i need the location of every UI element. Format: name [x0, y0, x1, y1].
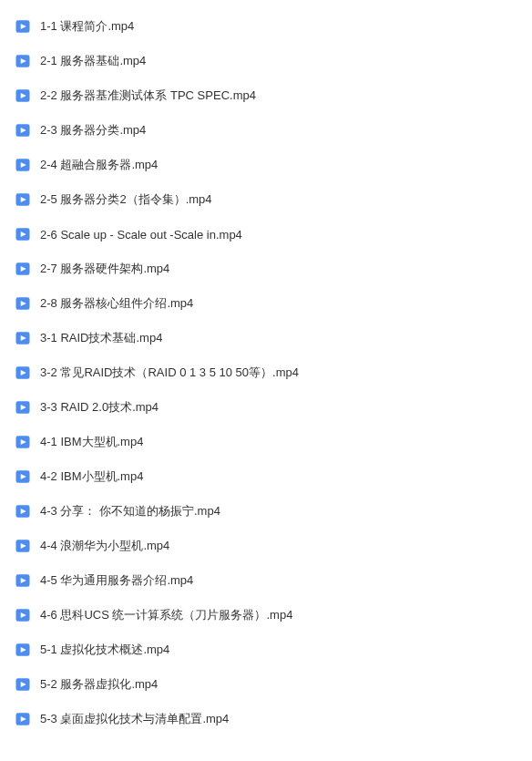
file-name-label: 4-2 IBM小型机.mp4: [40, 468, 143, 485]
file-item[interactable]: 3-1 RAID技术基础.mp4: [0, 321, 532, 355]
video-file-icon: [15, 226, 31, 242]
file-item[interactable]: 2-3 服务器分类.mp4: [0, 113, 532, 148]
file-name-label: 2-6 Scale up - Scale out -Scale in.mp4: [40, 228, 242, 242]
file-name-label: 3-1 RAID技术基础.mp4: [40, 330, 162, 346]
file-item[interactable]: 2-8 服务器核心组件介绍.mp4: [0, 286, 532, 321]
file-name-label: 3-3 RAID 2.0技术.mp4: [40, 399, 159, 416]
file-name-label: 4-5 华为通用服务器介绍.mp4: [40, 572, 193, 589]
file-item[interactable]: 5-3 桌面虚拟化技术与清单配置.mp4: [0, 702, 532, 736]
file-name-label: 2-8 服务器核心组件介绍.mp4: [40, 295, 193, 312]
file-name-label: 5-1 虚拟化技术概述.mp4: [40, 642, 169, 658]
video-file-icon: [15, 295, 31, 312]
file-item[interactable]: 4-3 分享： 你不知道的杨振宁.mp4: [0, 494, 532, 529]
file-name-label: 4-6 思科UCS 统一计算系统（刀片服务器）.mp4: [40, 607, 292, 623]
file-item[interactable]: 4-1 IBM大型机.mp4: [0, 425, 532, 459]
file-name-label: 5-2 服务器虚拟化.mp4: [40, 676, 158, 693]
file-item[interactable]: 4-2 IBM小型机.mp4: [0, 459, 532, 494]
video-file-icon: [15, 468, 31, 485]
video-file-icon: [15, 711, 31, 727]
file-item[interactable]: 2-2 服务器基准测试体系 TPC SPEC.mp4: [0, 78, 532, 113]
file-item[interactable]: 5-2 服务器虚拟化.mp4: [0, 667, 532, 702]
video-file-icon: [15, 157, 31, 173]
video-file-icon: [15, 607, 31, 623]
file-item[interactable]: 3-2 常见RAID技术（RAID 0 1 3 5 10 50等）.mp4: [0, 355, 532, 390]
file-item[interactable]: 2-5 服务器分类2（指令集）.mp4: [0, 182, 532, 217]
video-file-icon: [15, 642, 31, 658]
file-name-label: 2-7 服务器硬件架构.mp4: [40, 261, 169, 277]
video-file-icon: [15, 330, 31, 346]
file-name-label: 1-1 课程简介.mp4: [40, 18, 134, 35]
file-item[interactable]: 2-6 Scale up - Scale out -Scale in.mp4: [0, 217, 532, 252]
file-item[interactable]: 2-1 服务器基础.mp4: [0, 44, 532, 78]
video-file-icon: [15, 191, 31, 208]
video-file-icon: [15, 261, 31, 277]
video-file-icon: [15, 676, 31, 693]
file-list: 1-1 课程简介.mp42-1 服务器基础.mp42-2 服务器基准测试体系 T…: [0, 9, 532, 736]
file-name-label: 2-2 服务器基准测试体系 TPC SPEC.mp4: [40, 87, 256, 104]
file-item[interactable]: 5-1 虚拟化技术概述.mp4: [0, 632, 532, 667]
file-item[interactable]: 2-4 超融合服务器.mp4: [0, 148, 532, 182]
video-file-icon: [15, 122, 31, 139]
file-name-label: 4-3 分享： 你不知道的杨振宁.mp4: [40, 503, 220, 519]
file-item[interactable]: 1-1 课程简介.mp4: [0, 9, 532, 44]
file-name-label: 2-3 服务器分类.mp4: [40, 122, 146, 139]
file-name-label: 2-1 服务器基础.mp4: [40, 53, 146, 69]
video-file-icon: [15, 365, 31, 381]
file-name-label: 4-1 IBM大型机.mp4: [40, 434, 143, 450]
file-item[interactable]: 2-7 服务器硬件架构.mp4: [0, 252, 532, 286]
file-name-label: 4-4 浪潮华为小型机.mp4: [40, 538, 169, 554]
file-name-label: 2-5 服务器分类2（指令集）.mp4: [40, 191, 212, 208]
file-item[interactable]: 4-5 华为通用服务器介绍.mp4: [0, 563, 532, 598]
video-file-icon: [15, 18, 31, 35]
video-file-icon: [15, 572, 31, 589]
file-item[interactable]: 4-6 思科UCS 统一计算系统（刀片服务器）.mp4: [0, 598, 532, 632]
video-file-icon: [15, 503, 31, 519]
video-file-icon: [15, 434, 31, 450]
video-file-icon: [15, 538, 31, 554]
video-file-icon: [15, 53, 31, 69]
video-file-icon: [15, 87, 31, 104]
video-file-icon: [15, 399, 31, 416]
file-item[interactable]: 4-4 浪潮华为小型机.mp4: [0, 529, 532, 563]
file-item[interactable]: 3-3 RAID 2.0技术.mp4: [0, 390, 532, 425]
file-name-label: 3-2 常见RAID技术（RAID 0 1 3 5 10 50等）.mp4: [40, 365, 299, 381]
file-name-label: 5-3 桌面虚拟化技术与清单配置.mp4: [40, 711, 229, 727]
file-name-label: 2-4 超融合服务器.mp4: [40, 157, 158, 173]
